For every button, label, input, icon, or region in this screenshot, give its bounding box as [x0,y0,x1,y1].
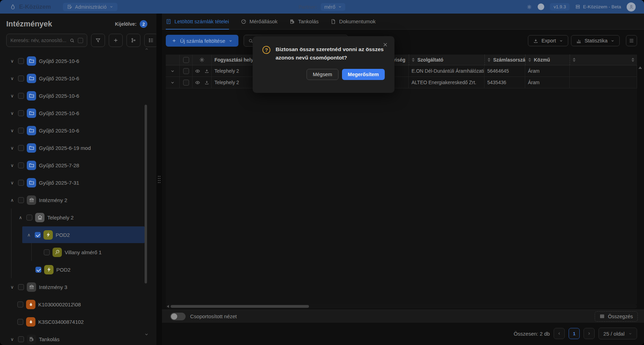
sort-icon[interactable] [528,58,531,62]
next-page-button[interactable] [584,328,595,339]
tree-item[interactable]: ∨ Gyűjtő 2025-7-28 [0,157,156,174]
tree-expand-chevron-icon[interactable]: ∧ [9,198,15,203]
close-icon[interactable] [383,42,388,47]
page-number-button[interactable]: 1 [569,328,580,339]
sort-icon[interactable] [631,58,634,62]
tree-expand-chevron-icon[interactable]: ∧ [26,232,32,238]
tree-item[interactable]: ∨ Gyűjtő 2025-10-6 [0,52,156,70]
tree-item[interactable]: ∧ Telephely 2 [0,209,156,226]
tree-expand-chevron-icon[interactable]: ∨ [9,111,15,116]
tree-item[interactable]: Villany almérő 1 [0,243,156,261]
sidebar-scrollbar-thumb[interactable] [145,105,147,283]
export-button[interactable]: Export [528,35,568,46]
select-all-checkbox[interactable] [183,57,189,63]
tree-checkbox[interactable] [17,302,23,307]
column-header-invoice-number[interactable]: Számlasorszám [484,55,525,65]
nav-menu-administration[interactable]: Adminisztráció [63,3,117,11]
tree-expand-chevron-icon[interactable]: ∨ [9,58,15,64]
tree-item[interactable]: POD2 [0,261,156,278]
tree-expand-chevron-icon[interactable]: ∨ [9,163,15,168]
theme-toggle[interactable] [538,3,544,10]
tree-item[interactable]: ∨ Tankolás [0,330,156,345]
table-row[interactable]: Telephely 2 ALTEO Energiakereskedő Zrt. … [166,77,637,88]
tree-item[interactable]: ∧ POD2 [0,226,156,243]
tab[interactable]: Tankolás [290,14,319,29]
row-checkbox[interactable] [183,68,189,74]
grouped-view-toggle[interactable] [170,313,186,320]
tree-expand-chevron-icon[interactable]: ∨ [9,145,15,151]
tree-item[interactable]: K10300002012\08 [0,296,156,313]
partner-selector[interactable]: Partner: mérő [299,3,345,11]
tree-expand-chevron-icon[interactable]: ∨ [9,93,15,98]
tree-item[interactable]: ∨ Gyűjtő 2025-10-6 [0,122,156,139]
tree-expand-chevron-icon[interactable]: ∨ [9,76,15,81]
row-expand-chevron-icon[interactable] [166,77,180,88]
download-icon[interactable] [204,69,209,73]
filter-button[interactable] [91,34,105,47]
statistics-button[interactable]: Statisztika [571,35,620,46]
table-settings-button[interactable] [626,35,637,46]
tree-checkbox[interactable] [18,197,24,203]
page-size-select[interactable]: 25 / oldal [598,328,637,339]
upload-invoice-button[interactable]: Új számla feltöltése [166,35,238,47]
tree-expand-chevron-icon[interactable]: ∨ [9,337,15,342]
add-node-button[interactable] [109,34,123,47]
previous-page-button[interactable] [554,328,565,339]
tree-item[interactable]: ∧ Intézmény 2 [0,191,156,209]
summary-button[interactable]: Összegzés [595,311,638,322]
tree-checkbox[interactable] [17,319,23,325]
download-icon[interactable] [204,80,209,85]
sort-icon[interactable] [488,58,490,62]
tree-item[interactable]: ∨ Intézmény 3 [0,278,156,296]
tree-item[interactable]: ∨ Gyűjtő 2025-7-31 [0,174,156,191]
column-settings-gear-icon[interactable] [193,55,212,65]
tree-checkbox[interactable] [18,58,24,64]
table-row[interactable]: Telephely 2 E.ON Dél-Dunántúli Áramhálóz… [166,65,637,77]
sort-icon[interactable] [573,58,576,62]
list-view-button[interactable] [144,34,156,47]
tree-checkbox[interactable] [18,93,24,99]
table-vertical-scrollbar[interactable] [638,66,642,87]
tab[interactable]: Letöltött számlák tételei [166,14,229,29]
exact-match-checkbox[interactable] [78,38,83,43]
tree-expand-chevron-icon[interactable]: ∧ [17,215,24,220]
column-header-utility[interactable]: Közmű [525,55,570,65]
tree-checkbox[interactable] [35,232,41,238]
tab[interactable]: Mérőállások [241,14,278,29]
tree-checkbox[interactable] [44,249,50,255]
tree-checkbox[interactable] [18,75,24,81]
tree-checkbox[interactable] [35,267,41,273]
view-eye-icon[interactable] [195,80,200,85]
user-avatar[interactable] [627,2,636,11]
tree-checkbox[interactable] [26,215,32,220]
tree-checkbox[interactable] [18,162,24,168]
tree-expand-chevron-icon[interactable]: ∨ [9,128,15,133]
tree-search-input[interactable]: Keresés: név, azonosító... [6,34,87,47]
panel-resizer[interactable] [156,14,162,345]
cancel-button[interactable]: Mégsem [307,69,339,80]
tree-item[interactable]: ∨ Gyűjtő 2025-10-6 [0,70,156,87]
sort-icon[interactable] [412,58,415,62]
branch-button[interactable] [127,34,140,47]
app-brand[interactable]: E-Közüzem [10,3,51,10]
row-checkbox[interactable] [183,80,189,86]
environment-selector[interactable]: E-Közüzem - Beta [575,4,621,9]
scrollbar-thumb[interactable] [171,305,309,308]
tree-checkbox[interactable] [18,284,24,290]
tree-item[interactable]: ∨ Gyűjtő 2025-10-6 [0,87,156,104]
row-expand-chevron-icon[interactable] [166,65,180,77]
tree-checkbox[interactable] [18,336,24,342]
confirm-button[interactable]: Megerősítem [342,69,385,80]
view-eye-icon[interactable] [195,69,200,74]
tree-checkbox[interactable] [18,145,24,151]
scroll-left-icon[interactable] [167,305,169,308]
tree-item[interactable]: ∨ Gyűjtő 2025-10-6 [0,104,156,122]
tree-expand-chevron-icon[interactable]: ∨ [9,180,15,185]
tab[interactable]: Dokumentumok [331,14,376,29]
column-header-provider[interactable]: Szolgáltató [409,55,484,65]
tree-checkbox[interactable] [18,180,24,186]
tree-expand-chevron-icon[interactable]: ∨ [9,284,15,290]
table-horizontal-scrollbar[interactable] [166,304,637,308]
tree-scroll-down-icon[interactable] [144,332,149,337]
tree-checkbox[interactable] [18,128,24,134]
